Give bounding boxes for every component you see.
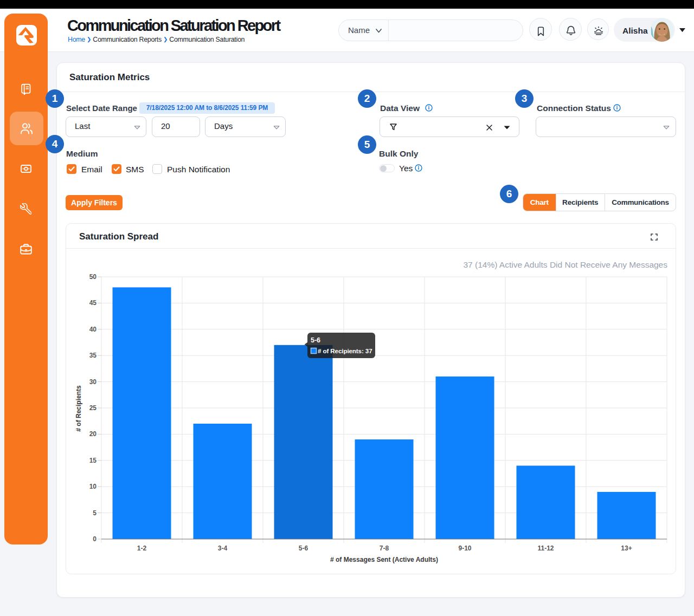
svg-text:# of Recipients: # of Recipients <box>75 385 82 432</box>
svg-text:40: 40 <box>89 326 97 333</box>
svg-text:13+: 13+ <box>621 544 632 552</box>
svg-text:1-2: 1-2 <box>137 544 147 552</box>
svg-text:5-6: 5-6 <box>299 544 309 552</box>
svg-text:5: 5 <box>93 509 97 517</box>
svg-text:# of Recipients: 37: # of Recipients: 37 <box>318 347 372 354</box>
svg-text:25: 25 <box>89 404 97 412</box>
svg-text:50: 50 <box>89 273 97 281</box>
svg-text:10: 10 <box>89 483 97 490</box>
svg-text:7-8: 7-8 <box>380 544 389 552</box>
svg-text:5-6: 5-6 <box>311 336 320 344</box>
svg-text:37 (14%) Active Adults Did Not: 37 (14%) Active Adults Did Not Receive A… <box>464 260 668 269</box>
svg-text:20: 20 <box>89 430 97 438</box>
svg-text:11-12: 11-12 <box>537 544 554 552</box>
svg-text:0: 0 <box>93 535 97 543</box>
svg-text:35: 35 <box>89 352 97 359</box>
svg-text:45: 45 <box>89 299 97 307</box>
svg-text:9-10: 9-10 <box>458 544 471 552</box>
svg-text:30: 30 <box>89 378 97 386</box>
svg-text:# of Messages Sent (Active Adu: # of Messages Sent (Active Adults) <box>330 556 438 563</box>
svg-text:15: 15 <box>89 457 97 464</box>
svg-text:3-4: 3-4 <box>218 544 228 552</box>
